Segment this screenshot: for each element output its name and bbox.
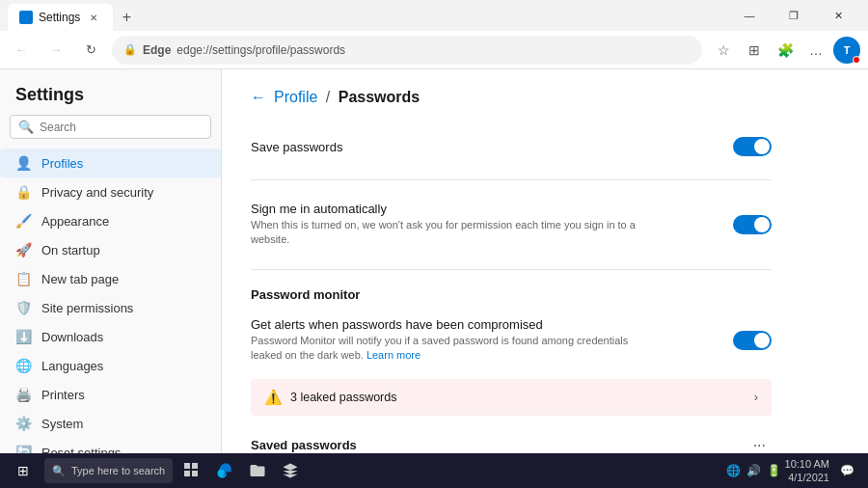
tab-title: Settings xyxy=(39,11,80,24)
taskbar-search-text: Type here to search xyxy=(71,465,165,476)
files-taskbar-icon[interactable] xyxy=(244,457,271,484)
search-input[interactable] xyxy=(40,121,203,134)
saved-passwords-more-button[interactable]: ··· xyxy=(747,435,772,453)
svg-rect-2 xyxy=(184,471,190,476)
learn-more-link[interactable]: Learn more xyxy=(366,349,420,361)
divider-1 xyxy=(251,179,772,180)
sidebar-label-profiles: Profiles xyxy=(41,156,83,171)
window-controls: — ❐ ✕ xyxy=(727,0,860,31)
sidebar-label-languages: Languages xyxy=(41,359,103,373)
favorites-icon[interactable]: ☆ xyxy=(710,37,737,64)
store-taskbar-icon[interactable] xyxy=(277,457,304,484)
new-tab-button[interactable]: + xyxy=(113,4,140,31)
sidebar-icon-startup: 🚀 xyxy=(15,242,32,258)
active-tab[interactable]: Settings ✕ xyxy=(8,4,113,31)
sidebar-item-profiles[interactable]: 👤Profiles xyxy=(0,149,221,177)
sidebar-icon-printers: 🖨️ xyxy=(15,387,32,402)
sign-in-auto-toggle[interactable] xyxy=(733,215,772,234)
extensions-icon[interactable]: 🧩 xyxy=(772,37,799,64)
sidebar-label-downloads: Downloads xyxy=(41,330,103,344)
sidebar-item-newtab[interactable]: 📋New tab page xyxy=(0,264,221,293)
sidebar-icon-privacy: 🔒 xyxy=(15,184,32,200)
alerts-desc: Password Monitor will notify you if a sa… xyxy=(251,334,656,364)
sidebar-icon-reset: 🔄 xyxy=(15,445,32,453)
save-passwords-row: Save passwords xyxy=(251,125,772,168)
svg-rect-1 xyxy=(192,463,198,469)
lock-icon: 🔒 xyxy=(123,43,137,56)
warning-icon: ⚠️ xyxy=(264,389,283,406)
sidebar-item-downloads[interactable]: ⬇️Downloads xyxy=(0,322,221,351)
profile-notification-dot xyxy=(853,56,860,64)
collections-icon[interactable]: ⊞ xyxy=(741,37,768,64)
sidebar-title: Settings xyxy=(0,81,221,115)
sidebar-icon-languages: 🌐 xyxy=(15,358,32,373)
back-nav-button[interactable]: ← xyxy=(251,89,266,106)
spacer-1 xyxy=(251,421,772,429)
taskbar-search[interactable]: 🔍 Type here to search xyxy=(44,458,173,483)
sidebar-label-newtab: New tab page xyxy=(41,272,119,286)
sign-in-auto-col: Sign me in automatically When this is tu… xyxy=(251,202,656,248)
sidebar-label-reset: Reset settings xyxy=(41,446,121,454)
sidebar-item-printers[interactable]: 🖨️Printers xyxy=(0,380,221,409)
saved-passwords-header: Saved passwords ··· xyxy=(251,435,772,453)
sidebar: Settings 🔍 👤Profiles🔒Privacy and securit… xyxy=(0,69,222,453)
taskbar: ⊞ 🔍 Type here to search 🌐 🔊 🔋 xyxy=(0,453,868,488)
main-inner: ← Profile / Passwords Save passwords Sig… xyxy=(222,69,800,453)
search-box[interactable]: 🔍 xyxy=(10,115,211,139)
taskbar-left: ⊞ 🔍 Type here to search xyxy=(8,455,304,486)
sidebar-label-startup: On startup xyxy=(41,243,100,258)
sidebar-label-system: System xyxy=(41,417,83,431)
tab-area: Settings ✕ + xyxy=(8,0,140,31)
sidebar-label-privacy: Privacy and security xyxy=(41,185,153,200)
battery-icon: 🔋 xyxy=(767,464,781,477)
sidebar-item-appearance[interactable]: 🖌️Appearance xyxy=(0,206,221,235)
edge-taskbar-icon[interactable] xyxy=(211,457,238,484)
leaked-passwords-alert[interactable]: ⚠️ 3 leaked passwords › xyxy=(251,379,772,416)
alerts-col: Get alerts when passwords have been comp… xyxy=(251,317,656,364)
date-text: 4/1/2021 xyxy=(785,471,829,484)
close-button[interactable]: ✕ xyxy=(816,0,860,31)
sidebar-item-system[interactable]: ⚙️System xyxy=(0,409,221,438)
sidebar-item-permissions[interactable]: 🛡️Site permissions xyxy=(0,293,221,322)
sidebar-label-permissions: Site permissions xyxy=(41,301,133,315)
save-passwords-toggle[interactable] xyxy=(733,137,772,156)
alert-chevron-icon: › xyxy=(754,390,758,404)
minimize-button[interactable]: — xyxy=(727,0,772,31)
sign-in-auto-row: Sign me in automatically When this is tu… xyxy=(251,192,772,258)
breadcrumb-profile-link[interactable]: Profile xyxy=(274,89,317,105)
alerts-toggle[interactable] xyxy=(733,331,772,350)
tab-close-button[interactable]: ✕ xyxy=(86,10,101,25)
sidebar-item-reset[interactable]: 🔄Reset settings xyxy=(0,438,221,453)
back-button[interactable]: ← xyxy=(8,37,35,64)
saved-passwords-title: Saved passwords xyxy=(251,438,357,452)
tab-favicon xyxy=(19,11,33,24)
leaked-count-text: 3 leaked passwords xyxy=(290,391,396,404)
url-text: edge://settings/profile/passwords xyxy=(176,43,345,57)
sidebar-item-languages[interactable]: 🌐Languages xyxy=(0,351,221,380)
browser-content: Settings 🔍 👤Profiles🔒Privacy and securit… xyxy=(0,69,868,453)
sidebar-label-printers: Printers xyxy=(41,388,85,402)
sidebar-icon-system: ⚙️ xyxy=(15,416,32,431)
sidebar-icon-permissions: 🛡️ xyxy=(15,300,32,315)
task-view-button[interactable] xyxy=(178,457,205,484)
sidebar-nav: 👤Profiles🔒Privacy and security🖌️Appearan… xyxy=(0,149,221,453)
page-header: ← Profile / Passwords xyxy=(251,89,772,106)
sidebar-item-privacy[interactable]: 🔒Privacy and security xyxy=(0,177,221,206)
password-monitor-heading: Password monitor xyxy=(251,282,772,304)
sidebar-icon-newtab: 📋 xyxy=(15,271,32,286)
profile-area[interactable]: T xyxy=(833,37,860,64)
alerts-label: Get alerts when passwords have been comp… xyxy=(251,317,656,332)
restore-button[interactable]: ❐ xyxy=(772,0,816,31)
system-tray: 🌐 🔊 🔋 xyxy=(726,464,781,477)
breadcrumb-separator: / xyxy=(326,89,330,105)
edge-label: Edge xyxy=(143,43,171,57)
forward-button[interactable]: → xyxy=(42,37,69,64)
start-button[interactable]: ⊞ xyxy=(8,455,39,486)
refresh-button[interactable]: ↻ xyxy=(77,37,104,64)
notification-button[interactable]: 💬 xyxy=(833,457,860,484)
taskbar-search-icon: 🔍 xyxy=(52,465,66,477)
settings-more-icon[interactable]: … xyxy=(802,37,829,64)
sidebar-item-startup[interactable]: 🚀On startup xyxy=(0,235,221,264)
network-icon: 🌐 xyxy=(726,464,741,477)
url-bar[interactable]: 🔒 Edge edge://settings/profile/passwords xyxy=(112,36,702,65)
